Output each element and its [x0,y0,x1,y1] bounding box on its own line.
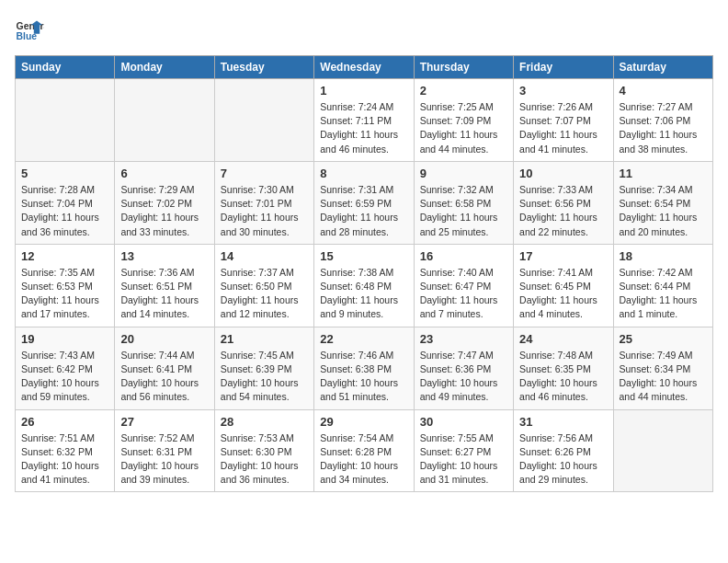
day-info: Sunrise: 7:37 AMSunset: 6:50 PMDaylight:… [221,266,308,322]
day-number: 18 [620,249,707,263]
day-number: 17 [519,249,607,263]
day-info: Sunrise: 7:53 AMSunset: 6:30 PMDaylight:… [221,431,308,488]
day-info: Sunrise: 7:40 AMSunset: 6:47 PMDaylight:… [420,266,507,322]
calendar-cell: 8Sunrise: 7:31 AMSunset: 6:59 PMDaylight… [314,161,414,244]
day-info: Sunrise: 7:25 AMSunset: 7:09 PMDaylight:… [420,100,507,156]
day-number: 8 [320,167,407,180]
calendar-cell: 10Sunrise: 7:33 AMSunset: 6:56 PMDayligh… [514,161,613,244]
day-number: 23 [420,332,507,346]
calendar-cell: 1Sunrise: 7:24 AMSunset: 7:11 PMDaylight… [314,79,414,162]
svg-text:General: General [17,21,44,31]
day-info: Sunrise: 7:43 AMSunset: 6:42 PMDaylight:… [21,349,108,405]
day-info: Sunrise: 7:45 AMSunset: 6:39 PMDaylight:… [221,349,308,405]
day-info: Sunrise: 7:46 AMSunset: 6:38 PMDaylight:… [320,349,407,405]
day-info: Sunrise: 7:54 AMSunset: 6:28 PMDaylight:… [320,431,407,488]
col-header-sunday: Sunday [16,56,115,79]
day-number: 4 [620,84,707,98]
day-info: Sunrise: 7:56 AMSunset: 6:26 PMDaylight:… [519,431,607,488]
day-number: 25 [620,332,707,346]
calendar-cell: 17Sunrise: 7:41 AMSunset: 6:45 PMDayligh… [514,244,613,327]
calendar-cell: 12Sunrise: 7:35 AMSunset: 6:53 PMDayligh… [16,244,115,327]
day-info: Sunrise: 7:33 AMSunset: 6:56 PMDaylight:… [519,183,607,239]
day-info: Sunrise: 7:41 AMSunset: 6:45 PMDaylight:… [519,266,607,322]
day-number: 1 [320,84,407,98]
day-number: 14 [221,249,308,263]
day-info: Sunrise: 7:55 AMSunset: 6:27 PMDaylight:… [420,431,507,488]
week-row-4: 19Sunrise: 7:43 AMSunset: 6:42 PMDayligh… [16,327,713,409]
day-number: 6 [120,167,208,180]
day-number: 2 [420,84,507,98]
day-number: 3 [519,84,607,98]
calendar-cell: 2Sunrise: 7:25 AMSunset: 7:09 PMDaylight… [414,79,513,162]
calendar-cell: 4Sunrise: 7:27 AMSunset: 7:06 PMDaylight… [613,79,712,162]
day-number: 31 [519,415,607,429]
day-info: Sunrise: 7:51 AMSunset: 6:32 PMDaylight:… [21,431,108,488]
col-header-friday: Friday [514,56,613,79]
day-number: 24 [519,332,607,346]
calendar-cell: 3Sunrise: 7:26 AMSunset: 7:07 PMDaylight… [514,79,613,162]
col-header-tuesday: Tuesday [214,56,313,79]
calendar-cell: 26Sunrise: 7:51 AMSunset: 6:32 PMDayligh… [16,409,115,492]
calendar-cell: 20Sunrise: 7:44 AMSunset: 6:41 PMDayligh… [115,327,214,409]
calendar-header-row: SundayMondayTuesdayWednesdayThursdayFrid… [16,56,713,79]
day-info: Sunrise: 7:32 AMSunset: 6:58 PMDaylight:… [420,183,507,239]
day-info: Sunrise: 7:42 AMSunset: 6:44 PMDaylight:… [620,266,707,322]
logo: General Blue [15,15,44,44]
day-info: Sunrise: 7:28 AMSunset: 7:04 PMDaylight:… [21,183,108,239]
calendar-cell: 7Sunrise: 7:30 AMSunset: 7:01 PMDaylight… [214,161,313,244]
page-header: General Blue [15,15,713,44]
day-info: Sunrise: 7:47 AMSunset: 6:36 PMDaylight:… [420,349,507,405]
day-number: 9 [420,167,507,180]
calendar-cell: 29Sunrise: 7:54 AMSunset: 6:28 PMDayligh… [314,409,414,492]
calendar-cell: 18Sunrise: 7:42 AMSunset: 6:44 PMDayligh… [613,244,712,327]
day-number: 7 [221,167,308,180]
calendar-cell: 21Sunrise: 7:45 AMSunset: 6:39 PMDayligh… [214,327,313,409]
calendar-cell: 14Sunrise: 7:37 AMSunset: 6:50 PMDayligh… [214,244,313,327]
logo-icon: General Blue [15,15,44,44]
day-info: Sunrise: 7:52 AMSunset: 6:31 PMDaylight:… [120,431,208,488]
calendar-cell: 24Sunrise: 7:48 AMSunset: 6:35 PMDayligh… [514,327,613,409]
day-info: Sunrise: 7:49 AMSunset: 6:34 PMDaylight:… [620,349,707,405]
week-row-1: 1Sunrise: 7:24 AMSunset: 7:11 PMDaylight… [16,79,713,162]
calendar-cell: 30Sunrise: 7:55 AMSunset: 6:27 PMDayligh… [414,409,513,492]
calendar-cell [16,79,115,162]
day-number: 28 [221,415,308,429]
calendar-cell: 9Sunrise: 7:32 AMSunset: 6:58 PMDaylight… [414,161,513,244]
calendar-cell: 19Sunrise: 7:43 AMSunset: 6:42 PMDayligh… [16,327,115,409]
calendar-cell: 13Sunrise: 7:36 AMSunset: 6:51 PMDayligh… [115,244,214,327]
day-info: Sunrise: 7:27 AMSunset: 7:06 PMDaylight:… [620,100,707,156]
week-row-3: 12Sunrise: 7:35 AMSunset: 6:53 PMDayligh… [16,244,713,327]
calendar-cell: 27Sunrise: 7:52 AMSunset: 6:31 PMDayligh… [115,409,214,492]
col-header-wednesday: Wednesday [314,56,414,79]
col-header-saturday: Saturday [613,56,712,79]
day-info: Sunrise: 7:29 AMSunset: 7:02 PMDaylight:… [120,183,208,239]
day-number: 21 [221,332,308,346]
day-info: Sunrise: 7:26 AMSunset: 7:07 PMDaylight:… [519,100,607,156]
week-row-5: 26Sunrise: 7:51 AMSunset: 6:32 PMDayligh… [16,409,713,492]
day-number: 19 [21,332,108,346]
day-number: 22 [320,332,407,346]
day-info: Sunrise: 7:38 AMSunset: 6:48 PMDaylight:… [320,266,407,322]
day-info: Sunrise: 7:44 AMSunset: 6:41 PMDaylight:… [120,349,208,405]
day-info: Sunrise: 7:34 AMSunset: 6:54 PMDaylight:… [620,183,707,239]
day-number: 11 [620,167,707,180]
day-number: 5 [21,167,108,180]
calendar-cell [115,79,214,162]
day-info: Sunrise: 7:48 AMSunset: 6:35 PMDaylight:… [519,349,607,405]
day-number: 13 [120,249,208,263]
day-number: 30 [420,415,507,429]
day-info: Sunrise: 7:35 AMSunset: 6:53 PMDaylight:… [21,266,108,322]
day-number: 10 [519,167,607,180]
calendar-cell [214,79,313,162]
calendar-cell: 15Sunrise: 7:38 AMSunset: 6:48 PMDayligh… [314,244,414,327]
day-number: 29 [320,415,407,429]
day-number: 15 [320,249,407,263]
calendar-cell: 22Sunrise: 7:46 AMSunset: 6:38 PMDayligh… [314,327,414,409]
week-row-2: 5Sunrise: 7:28 AMSunset: 7:04 PMDaylight… [16,161,713,244]
calendar-cell: 25Sunrise: 7:49 AMSunset: 6:34 PMDayligh… [613,327,712,409]
day-number: 16 [420,249,507,263]
calendar-cell: 28Sunrise: 7:53 AMSunset: 6:30 PMDayligh… [214,409,313,492]
day-info: Sunrise: 7:31 AMSunset: 6:59 PMDaylight:… [320,183,407,239]
calendar-cell: 5Sunrise: 7:28 AMSunset: 7:04 PMDaylight… [16,161,115,244]
col-header-thursday: Thursday [414,56,513,79]
